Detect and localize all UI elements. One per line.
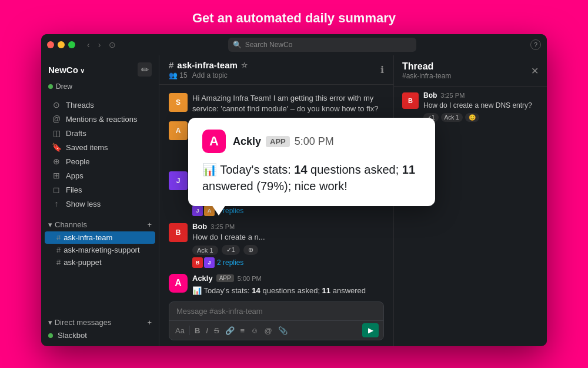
channel-hash: # <box>56 258 61 267</box>
thread-message-content: Bob 3:25 PM How do I create a new DNS en… <box>423 91 539 122</box>
ackly-content: Ackly APP 5:00 PM 📊 Today's stats: 14 qu… <box>192 274 384 297</box>
popup-meta: Ackly APP 5:00 PM <box>233 135 334 148</box>
back-button[interactable]: ‹ <box>85 39 92 51</box>
title-bar: ‹ › ⊙ 🔍 Search NewCo ? <box>41 34 547 55</box>
channel-item-ask-puppet[interactable]: # ask-puppet <box>45 256 155 268</box>
search-placeholder: Search NewCo <box>245 41 293 49</box>
member-count: 👥 15 <box>169 71 188 79</box>
ackly-avatar: A <box>169 274 188 293</box>
dm-name: Slackbot <box>58 331 87 340</box>
channel-meta: 👥 15 Add a topic <box>169 71 248 79</box>
channel-name: ask-infra-team <box>64 233 112 242</box>
message-author: Bob <box>192 222 207 231</box>
channels-label: Channels <box>55 220 87 229</box>
ackly-stats: 📊 Today's stats: 14 questions asked; 11 … <box>192 285 384 297</box>
reaction-add[interactable]: ⊕ <box>243 245 258 255</box>
user-name: Drew <box>56 82 72 91</box>
close-button[interactable] <box>47 41 54 48</box>
reaction-check[interactable]: ✓1 <box>222 245 240 255</box>
sidebar-item-drafts[interactable]: ◫ Drafts <box>45 126 155 140</box>
mentions-icon: @ <box>52 114 61 124</box>
message-header: Bob 3:25 PM <box>192 222 384 231</box>
people-icon: ⊕ <box>52 157 61 166</box>
maximize-button[interactable] <box>68 41 75 48</box>
minimize-button[interactable] <box>58 41 65 48</box>
thread-message-text: How do I create a new DNS entry? <box>423 101 539 111</box>
sidebar-item-label: Show less <box>66 200 101 208</box>
slackbot-status <box>48 333 53 338</box>
message-input-box: Aa B I S 🔗 ≡ ☺ @ 📎 ▶ <box>169 301 384 340</box>
emoji-icon[interactable]: ☺ <box>249 325 259 336</box>
forward-button[interactable]: › <box>96 39 103 51</box>
channel-item-ask-infra-team[interactable]: # ask-infra-team <box>45 231 155 244</box>
sidebar-item-threads[interactable]: ⊙ Threads <box>45 98 155 112</box>
saved-icon: 🔖 <box>52 142 61 152</box>
popup-app-badge: APP <box>266 136 290 147</box>
add-dm-icon[interactable]: + <box>147 318 152 327</box>
drafts-icon: ◫ <box>52 128 61 138</box>
thread-header: Thread #ask-infra-team ✕ <box>394 55 547 87</box>
channel-name: ask-puppet <box>64 258 101 267</box>
ackly-line1: 📊 Today's stats: 14 questions asked; 11 … <box>192 285 384 297</box>
workspace-name[interactable]: NewCo <box>48 65 85 75</box>
threads-icon: ⊙ <box>52 100 61 110</box>
history-icon[interactable]: ⊙ <box>109 40 116 49</box>
sidebar-item-saved[interactable]: 🔖 Saved items <box>45 140 155 154</box>
thread-reaction-ack[interactable]: Ack 1 <box>441 113 463 122</box>
sidebar-item-label: Apps <box>66 171 83 180</box>
compose-button[interactable]: ✏ <box>138 62 152 77</box>
thread-author: Bob <box>423 91 437 100</box>
channel-actions: ℹ <box>380 64 384 75</box>
link-icon[interactable]: 🔗 <box>224 325 236 336</box>
replies-button[interactable]: B J 2 replies <box>192 257 384 268</box>
sidebar-item-files[interactable]: ◻ Files <box>45 183 155 197</box>
ackly-header: Ackly APP 5:00 PM <box>192 274 384 283</box>
sidebar-item-people[interactable]: ⊕ People <box>45 154 155 168</box>
italic-icon[interactable]: I <box>205 325 209 336</box>
help-button[interactable]: ? <box>530 39 541 50</box>
add-channel-icon[interactable]: + <box>147 220 152 229</box>
channels-header[interactable]: ▾ Channels + <box>41 218 159 231</box>
workspace-header: NewCo ✏ <box>41 58 159 81</box>
ackly-message: A Ackly APP 5:00 PM 📊 Today's stats: 14 … <box>159 271 393 297</box>
message-input[interactable] <box>169 302 383 320</box>
popup-ackly-avatar: A <box>202 130 226 153</box>
thread-title: Thread <box>402 61 451 72</box>
avatar: B <box>402 92 419 109</box>
thread-reaction-emoji[interactable]: 😊 <box>465 113 479 122</box>
thread-time: 3:25 PM <box>440 92 465 99</box>
add-topic[interactable]: Add a topic <box>192 71 228 79</box>
bold-icon[interactable]: B <box>193 325 201 336</box>
send-button[interactable]: ▶ <box>362 323 379 337</box>
star-icon[interactable]: ☆ <box>241 61 248 69</box>
search-bar[interactable]: 🔍 Search NewCo <box>228 38 416 52</box>
popup-stats-label: Today's stats: <box>217 163 294 176</box>
strikethrough-icon[interactable]: S <box>213 325 220 336</box>
sidebar-item-label: Drafts <box>66 129 86 138</box>
traffic-lights <box>47 41 75 48</box>
channel-item-ask-marketing-support[interactable]: # ask-marketing-support <box>45 244 155 256</box>
info-icon[interactable]: ℹ <box>380 64 384 75</box>
reaction-ack[interactable]: Ack 1 <box>192 246 218 255</box>
format-icon[interactable]: Aa <box>174 325 186 336</box>
mention-icon[interactable]: @ <box>263 325 273 336</box>
sidebar-item-apps[interactable]: ⊞ Apps <box>45 168 155 183</box>
avatar: S <box>169 93 188 112</box>
showless-icon: ↑ <box>52 199 61 208</box>
channel-title: # ask-infra-team ☆ <box>169 60 248 70</box>
avatar: A <box>169 121 188 140</box>
dm-header[interactable]: ▾ Direct messages + <box>41 316 159 329</box>
dm-item-slackbot[interactable]: Slackbot <box>41 329 159 342</box>
popup-tail <box>212 205 226 216</box>
channel-name: ask-marketing-support <box>64 246 139 254</box>
popup-app-name: Ackly <box>233 135 261 148</box>
thread-reactions: ✓1 Ack 1 😊 <box>423 113 539 122</box>
sidebar-item-showless[interactable]: ↑ Show less <box>45 197 155 211</box>
list-icon[interactable]: ≡ <box>239 325 246 336</box>
channels-section: ▾ Channels + # ask-infra-team # ask-mark… <box>41 218 159 268</box>
channel-hash: # <box>56 246 61 254</box>
popup-text: 📊 Today's stats: 14 questions asked; 11 … <box>202 161 421 194</box>
sidebar-item-mentions[interactable]: @ Mentions & reactions <box>45 112 155 126</box>
attach-icon[interactable]: 📎 <box>277 325 289 336</box>
thread-close-button[interactable]: ✕ <box>531 65 539 77</box>
